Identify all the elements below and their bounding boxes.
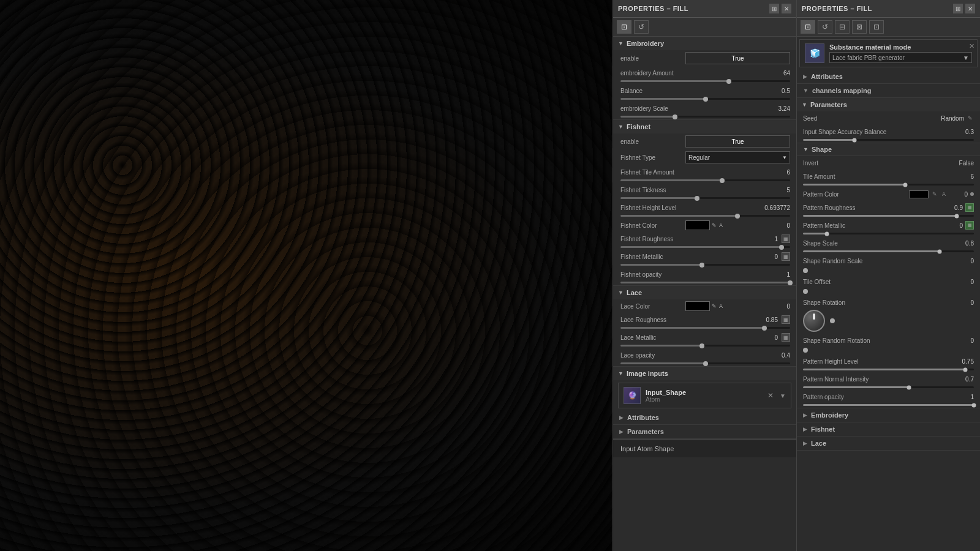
lace-opacity-thumb[interactable] — [703, 361, 708, 366]
fishnet-tile-thumb[interactable] — [720, 178, 725, 183]
fishnet-thickness-thumb[interactable] — [695, 196, 699, 201]
channels-mapping-link[interactable]: ▼ channels mapping — [797, 84, 980, 98]
embroidery-header[interactable]: ▼ Embroidery — [613, 37, 796, 50]
embroidery-enable-btn[interactable]: True — [685, 52, 790, 64]
pattern-opacity-thumb[interactable] — [972, 403, 976, 407]
fishnet-height-slider[interactable] — [620, 215, 790, 217]
pattern-color-a[interactable]: A — [941, 191, 947, 197]
accuracy-slider[interactable] — [803, 139, 974, 141]
fishnet-roughness-icon[interactable]: ▦ — [782, 234, 790, 243]
pattern-roughness-slider[interactable] — [803, 215, 974, 217]
fishnet-type-dropdown[interactable]: Regular ▼ — [685, 151, 790, 163]
lace-color-edit-btn[interactable]: ✎ — [711, 302, 717, 310]
fishnet-color-edit-btn[interactable]: ✎ — [711, 222, 717, 229]
lace-header[interactable]: ▼ Lace — [613, 286, 796, 299]
seed-edit-btn[interactable]: ✎ — [967, 115, 974, 121]
parameters-link[interactable]: ▶ Parameters — [613, 425, 796, 439]
pattern-roughness-thumb[interactable] — [955, 214, 959, 218]
right-toolbar-btn-3[interactable]: ⊟ — [835, 20, 850, 34]
right-embroidery-arrow: ▶ — [803, 412, 807, 418]
accuracy-thumb[interactable] — [852, 138, 856, 142]
lace-color-a-btn[interactable]: A — [718, 302, 723, 310]
pattern-normal-thumb[interactable] — [907, 385, 911, 389]
pattern-metallic-icon[interactable]: ▦ — [965, 221, 974, 230]
shape-random-scale-indicator[interactable] — [803, 268, 808, 273]
image-inputs-header[interactable]: ▼ Image inputs — [613, 367, 796, 380]
fishnet-color-swatch[interactable] — [685, 220, 710, 230]
left-toolbar-btn-1[interactable]: ⊡ — [617, 20, 631, 34]
right-attributes-link[interactable]: ▶ Attributes — [797, 70, 980, 84]
pattern-metallic-thumb[interactable] — [825, 231, 829, 236]
fishnet-color-a-btn[interactable]: A — [718, 222, 723, 229]
shape-header[interactable]: ▼ Shape — [797, 143, 980, 156]
right-toolbar-btn-4[interactable]: ⊠ — [852, 20, 867, 34]
shape-rotation-indicator[interactable] — [830, 318, 835, 323]
shape-rotation-dial[interactable] — [803, 310, 825, 332]
lace-metallic-icon[interactable]: ▦ — [782, 333, 790, 342]
lace-roughness-thumb[interactable] — [762, 326, 767, 331]
embroidery-balance-slider[interactable] — [620, 98, 790, 100]
right-toolbar-btn-1[interactable]: ⊡ — [801, 20, 815, 34]
pattern-height-slider[interactable] — [803, 369, 974, 370]
fishnet-thickness-slider[interactable] — [620, 197, 790, 199]
embroidery-scale-slider[interactable] — [620, 116, 790, 118]
lace-metallic-thumb[interactable] — [699, 343, 704, 348]
lace-roughness-slider[interactable] — [620, 327, 790, 329]
image-input-close-btn[interactable]: ✕ — [767, 391, 774, 400]
embroidery-scale-thumb[interactable] — [673, 114, 677, 119]
embroidery-balance-thumb[interactable] — [703, 97, 708, 102]
pattern-color-indicator[interactable] — [970, 192, 974, 196]
substance-close-btn[interactable]: ✕ — [969, 42, 974, 50]
pattern-height-thumb[interactable] — [963, 367, 968, 372]
lace-metallic-slider[interactable] — [620, 345, 790, 347]
fishnet-tile-slider[interactable] — [620, 179, 790, 181]
right-fishnet-arrow: ▶ — [803, 426, 807, 432]
pattern-normal-slider[interactable] — [803, 386, 974, 388]
pattern-metallic-slider[interactable] — [803, 233, 974, 234]
fishnet-enable-btn[interactable]: True — [685, 135, 790, 148]
lace-color-swatch[interactable] — [685, 301, 710, 311]
fishnet-opacity-thumb[interactable] — [788, 280, 793, 285]
shape-scale-thumb[interactable] — [938, 249, 942, 253]
right-lace-link[interactable]: ▶ Lace — [797, 437, 980, 451]
tile-amount-slider[interactable] — [803, 184, 974, 186]
substance-dropdown[interactable]: Lace fabric PBR generator ▼ — [829, 52, 972, 63]
fishnet-height-thumb[interactable] — [735, 214, 740, 219]
fishnet-roughness-thumb[interactable] — [779, 245, 784, 250]
fishnet-opacity-slider[interactable] — [620, 282, 790, 283]
tile-amount-thumb[interactable] — [903, 182, 908, 187]
fishnet-roughness-slider[interactable] — [620, 246, 790, 248]
fishnet-metallic-thumb[interactable] — [699, 263, 704, 268]
fishnet-color-row: Fishnet Color ✎ A 0 — [613, 219, 796, 232]
pattern-normal-label: Pattern Normal Intensity — [803, 376, 953, 383]
fishnet-roughness-fill — [620, 246, 782, 248]
fishnet-header[interactable]: ▼ Fishnet — [613, 120, 796, 133]
lace-opacity-slider[interactable] — [620, 362, 790, 364]
fishnet-metallic-icon[interactable]: ▦ — [782, 252, 790, 261]
right-panel-close-btn[interactable]: ✕ — [965, 4, 975, 13]
pattern-roughness-icon[interactable]: ▦ — [965, 203, 974, 212]
tile-offset-indicator[interactable] — [803, 289, 808, 294]
left-panel-content[interactable]: ▼ Embroidery enable True embroidery Amou… — [613, 37, 796, 551]
right-parameters-header[interactable]: ▼ Parameters — [797, 98, 980, 111]
right-panel-resize-btn[interactable]: ⊞ — [953, 4, 963, 13]
embroidery-amount-slider[interactable] — [620, 80, 790, 82]
left-panel-close-btn[interactable]: ✕ — [782, 4, 791, 13]
pattern-opacity-slider[interactable] — [803, 404, 974, 406]
embroidery-amount-thumb[interactable] — [726, 79, 731, 84]
shape-random-rotation-indicator[interactable] — [803, 348, 808, 353]
pattern-color-swatch[interactable] — [909, 190, 929, 198]
right-toolbar-btn-5[interactable]: ⊡ — [869, 20, 884, 34]
right-fishnet-link[interactable]: ▶ Fishnet — [797, 422, 980, 437]
image-input-expand-btn[interactable]: ▼ — [780, 392, 786, 399]
left-toolbar-btn-2[interactable]: ↺ — [634, 20, 649, 34]
right-toolbar-btn-2[interactable]: ↺ — [818, 20, 832, 34]
fishnet-metallic-slider[interactable] — [620, 264, 790, 266]
shape-scale-slider[interactable] — [803, 250, 974, 252]
right-embroidery-link[interactable]: ▶ Embroidery — [797, 408, 980, 422]
attributes-link[interactable]: ▶ Attributes — [613, 411, 796, 425]
left-panel-resize-btn[interactable]: ⊞ — [769, 4, 779, 13]
pattern-color-edit[interactable]: ✎ — [931, 191, 938, 197]
lace-roughness-icon[interactable]: ▦ — [782, 315, 790, 324]
right-panel-content[interactable]: 🧊 Substance material mode Lace fabric PB… — [797, 37, 980, 551]
